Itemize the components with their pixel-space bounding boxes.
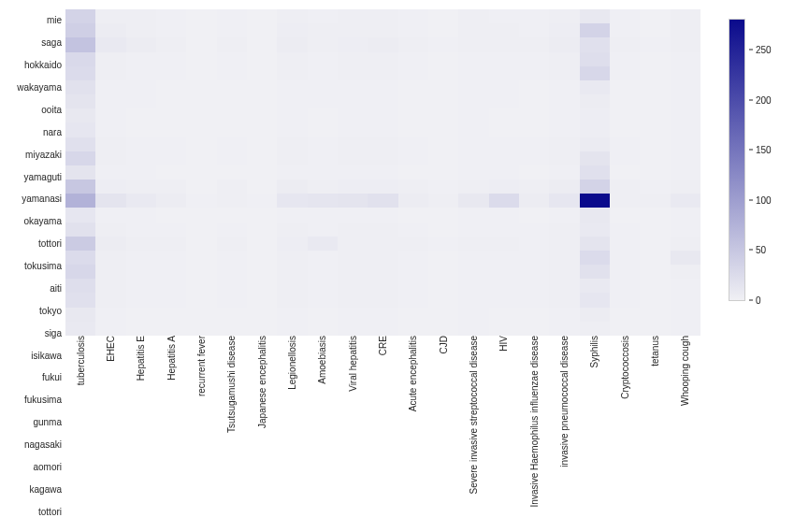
y-tick-label: ooita bbox=[41, 99, 62, 122]
heatmap-cell bbox=[95, 279, 125, 293]
heatmap-cell bbox=[489, 293, 519, 307]
heatmap-cell bbox=[308, 279, 338, 293]
heatmap-cell bbox=[610, 9, 640, 23]
heatmap-cell bbox=[428, 265, 458, 279]
heatmap-cell bbox=[186, 66, 216, 80]
heatmap-cell bbox=[217, 94, 247, 108]
heatmap-cell bbox=[186, 251, 216, 265]
heatmap-cell bbox=[489, 208, 519, 222]
heatmap-cell bbox=[65, 23, 95, 37]
heatmap-cell bbox=[368, 165, 397, 180]
heatmap-cell bbox=[247, 80, 277, 94]
heatmap-cell bbox=[308, 108, 338, 122]
heatmap-cell bbox=[458, 137, 488, 151]
heatmap-cell bbox=[640, 322, 670, 336]
heatmap-cell bbox=[126, 37, 156, 51]
heatmap-cell bbox=[671, 265, 700, 279]
heatmap-cell bbox=[65, 165, 95, 180]
heatmap-cell bbox=[519, 23, 549, 37]
heatmap-cell bbox=[428, 293, 458, 307]
heatmap-cell bbox=[277, 223, 307, 237]
x-tick-label: Whooping cough bbox=[671, 336, 700, 523]
y-tick-label: hokkaido bbox=[24, 54, 62, 77]
heatmap-cell bbox=[640, 23, 670, 37]
heatmap-cell bbox=[580, 52, 610, 66]
heatmap-cell bbox=[247, 223, 277, 237]
heatmap-cell bbox=[186, 151, 216, 165]
heatmap-cell bbox=[549, 108, 579, 122]
heatmap-cell bbox=[338, 137, 368, 151]
heatmap-cell bbox=[186, 194, 216, 208]
heatmap-cell bbox=[368, 194, 397, 208]
heatmap-cell bbox=[549, 208, 579, 222]
heatmap-cell bbox=[247, 180, 277, 194]
heatmap-cell bbox=[398, 122, 428, 137]
heatmap-cell bbox=[640, 194, 670, 208]
heatmap-cell bbox=[671, 251, 700, 265]
heatmap-cell bbox=[398, 279, 428, 293]
heatmap-cell bbox=[549, 52, 579, 66]
heatmap-cell bbox=[277, 237, 307, 251]
heatmap-cell bbox=[186, 94, 216, 108]
y-tick-label: tokusima bbox=[24, 255, 62, 278]
heatmap-cell bbox=[247, 265, 277, 279]
heatmap-cell bbox=[338, 37, 368, 51]
heatmap-cell bbox=[398, 94, 428, 108]
heatmap-cell bbox=[428, 108, 458, 122]
x-tick-label: invasive pneumococcal disease bbox=[549, 336, 579, 523]
heatmap-cell bbox=[549, 66, 579, 80]
heatmap-cell bbox=[671, 208, 700, 222]
heatmap-cell bbox=[247, 237, 277, 251]
heatmap-cell bbox=[65, 108, 95, 122]
heatmap-cell bbox=[368, 208, 397, 222]
heatmap-cell bbox=[671, 279, 700, 293]
heatmap-cell bbox=[217, 66, 247, 80]
heatmap-cell bbox=[126, 80, 156, 94]
heatmap-cell bbox=[580, 80, 610, 94]
heatmap-cell bbox=[428, 251, 458, 265]
heatmap-cell bbox=[126, 180, 156, 194]
heatmap-cell bbox=[217, 23, 247, 37]
heatmap-cell bbox=[428, 52, 458, 66]
y-tick-label: isikawa bbox=[31, 344, 62, 367]
heatmap-cell bbox=[217, 137, 247, 151]
x-tick-label: Hepatitis E bbox=[126, 336, 156, 523]
heatmap-cell bbox=[549, 279, 579, 293]
heatmap-cell bbox=[217, 80, 247, 94]
heatmap-cell bbox=[610, 265, 640, 279]
heatmap-cell bbox=[217, 52, 247, 66]
x-tick-label: tetanus bbox=[640, 336, 670, 523]
heatmap-cell bbox=[126, 52, 156, 66]
heatmap-cell bbox=[126, 208, 156, 222]
heatmap-cell bbox=[277, 80, 307, 94]
heatmap-cell bbox=[398, 52, 428, 66]
heatmap-cell bbox=[156, 223, 186, 237]
x-tick-label: Tsutsugamushi disease bbox=[217, 336, 247, 523]
heatmap-cell bbox=[95, 137, 125, 151]
heatmap-cell bbox=[217, 251, 247, 265]
heatmap-cell bbox=[398, 180, 428, 194]
heatmap-cell bbox=[398, 223, 428, 237]
heatmap-cell bbox=[217, 165, 247, 180]
y-tick-label: tottori bbox=[38, 233, 62, 255]
heatmap-cell bbox=[95, 165, 125, 180]
heatmap-cell bbox=[671, 66, 700, 80]
heatmap-cell bbox=[338, 237, 368, 251]
heatmap-cell bbox=[186, 9, 216, 23]
heatmap-cell bbox=[458, 180, 488, 194]
heatmap-cell bbox=[519, 9, 549, 23]
heatmap-cell bbox=[580, 37, 610, 51]
y-axis-labels: miesagahokkaidowakayamaooitanaramiyazaki… bbox=[9, 9, 65, 523]
y-tick-label: saga bbox=[41, 32, 62, 54]
heatmap-cell bbox=[338, 9, 368, 23]
heatmap-cell bbox=[580, 137, 610, 151]
heatmap-cell bbox=[398, 108, 428, 122]
heatmap-cell bbox=[126, 279, 156, 293]
heatmap-cell bbox=[398, 137, 428, 151]
heatmap-cell bbox=[489, 308, 519, 322]
heatmap-cell bbox=[428, 122, 458, 137]
heatmap-cell bbox=[217, 180, 247, 194]
heatmap-cell bbox=[458, 151, 488, 165]
heatmap-cell bbox=[247, 251, 277, 265]
heatmap-cell bbox=[428, 37, 458, 51]
